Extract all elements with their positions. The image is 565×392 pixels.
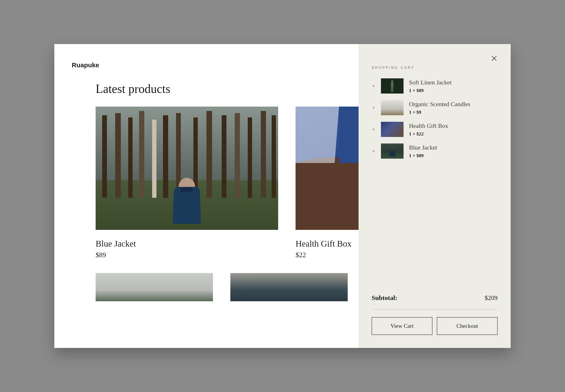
svg-rect-13: [248, 117, 252, 198]
cart-footer: Subtotal: $209 View Cart Checkout: [372, 294, 498, 335]
cart-heading: SHOPPING CART: [372, 66, 498, 70]
product-card[interactable]: Health Gift Box $22: [296, 107, 358, 259]
cart-item-qty-price: 1 × $89: [409, 88, 498, 93]
product-price: $22: [296, 251, 358, 259]
product-card[interactable]: Blue Jacket $89: [96, 107, 278, 259]
product-image-tea: [296, 107, 358, 230]
product-name: Blue Jacket: [96, 238, 278, 249]
cart-item-thumbnail[interactable]: [381, 100, 403, 115]
remove-item-icon[interactable]: ×: [372, 127, 375, 132]
checkout-button[interactable]: Checkout: [437, 317, 498, 335]
cart-item-name[interactable]: Soft Linen Jacket: [409, 79, 498, 86]
cart-item-name[interactable]: Blue Jacket: [409, 144, 498, 152]
product-price: $89: [96, 251, 278, 259]
cart-item-qty-price: 1 × $9: [409, 109, 498, 115]
view-cart-button[interactable]: View Cart: [372, 317, 432, 335]
remove-item-icon[interactable]: ×: [372, 105, 375, 110]
cart-item-name[interactable]: Health Gift Box: [409, 122, 498, 130]
app-window: Ruapuke Latest products: [54, 44, 511, 348]
product-image-partial[interactable]: [96, 273, 213, 301]
product-image-partial[interactable]: [230, 273, 348, 301]
subtotal-row: Subtotal: $209: [372, 294, 498, 309]
cart-item-info: Organic Scented Candles 1 × $9: [409, 100, 498, 115]
shopping-cart-panel: SHOPPING CART × Soft Linen Jacket 1 × $8…: [358, 44, 511, 348]
svg-rect-4: [128, 117, 133, 198]
cart-item-thumbnail[interactable]: [381, 122, 403, 137]
cart-item-qty-price: 1 × $22: [409, 131, 498, 137]
product-grid-row-2: [96, 273, 348, 310]
remove-item-icon[interactable]: ×: [372, 149, 375, 154]
remove-item-icon[interactable]: ×: [372, 84, 375, 89]
svg-rect-11: [222, 115, 226, 198]
svg-rect-14: [261, 111, 266, 198]
svg-rect-5: [139, 111, 144, 198]
svg-rect-3: [115, 113, 121, 198]
subtotal-label: Subtotal:: [372, 294, 397, 301]
cart-item-thumbnail[interactable]: [381, 143, 403, 159]
cart-items-list: × Soft Linen Jacket 1 × $89 × Organic Sc…: [372, 78, 498, 159]
page-title: Latest products: [96, 82, 348, 96]
svg-rect-7: [163, 115, 168, 198]
cart-item-info: Blue Jacket 1 × $89: [409, 144, 498, 158]
cart-item: × Organic Scented Candles 1 × $9: [372, 100, 498, 115]
svg-rect-15: [272, 115, 276, 198]
svg-rect-12: [235, 113, 240, 198]
cart-item-info: Health Gift Box 1 × $22: [409, 122, 498, 137]
cart-item: × Blue Jacket 1 × $89: [372, 143, 498, 159]
cart-item-info: Soft Linen Jacket 1 × $89: [409, 79, 498, 93]
svg-rect-2: [102, 115, 107, 198]
cart-item: × Health Gift Box 1 × $22: [372, 122, 498, 137]
cart-item-thumbnail[interactable]: [381, 78, 403, 94]
product-image-forest: [96, 107, 278, 230]
subtotal-amount: $209: [485, 294, 498, 301]
product-grid: Blue Jacket $89: [96, 107, 348, 259]
close-icon[interactable]: [491, 55, 498, 62]
cart-item-qty-price: 1 × $89: [409, 153, 498, 158]
product-name: Health Gift Box: [296, 238, 358, 249]
svg-rect-10: [207, 111, 212, 198]
main-content: Ruapuke Latest products: [54, 44, 358, 348]
cart-item-name[interactable]: Organic Scented Candles: [409, 100, 498, 108]
svg-rect-6: [152, 120, 156, 198]
cart-item: × Soft Linen Jacket 1 × $89: [372, 78, 498, 94]
cart-buttons: View Cart Checkout: [372, 317, 498, 335]
brand-logo[interactable]: Ruapuke: [72, 61, 348, 69]
